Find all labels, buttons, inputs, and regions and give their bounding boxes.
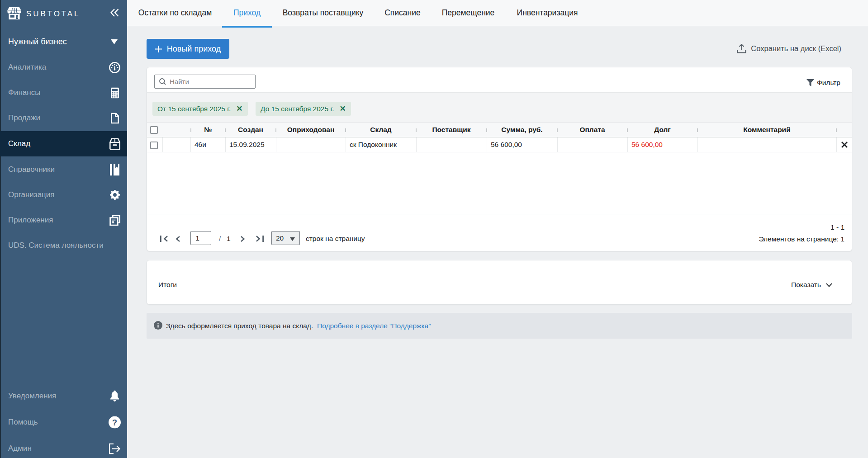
svg-text:?: ? (112, 418, 117, 427)
